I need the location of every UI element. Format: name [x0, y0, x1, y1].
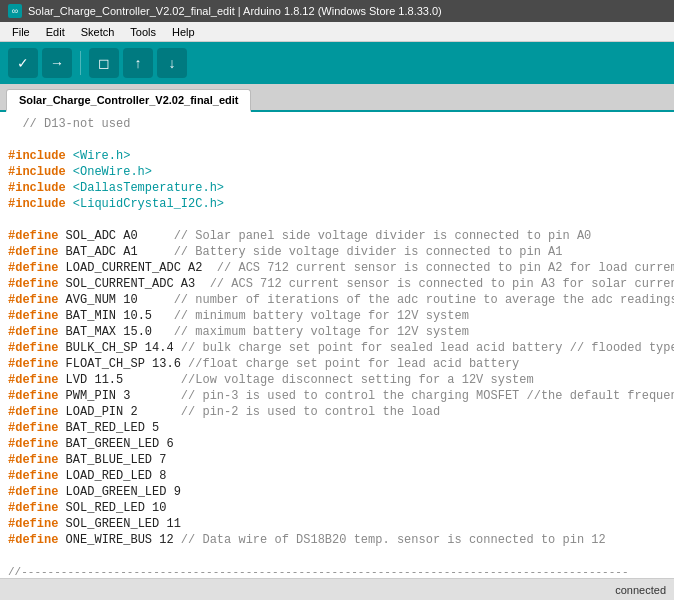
code-line: // D13-not used — [0, 116, 674, 132]
window-title: Solar_Charge_Controller_V2.02_final_edit… — [28, 5, 442, 17]
toolbar-separator — [80, 51, 81, 75]
connection-status: connected — [615, 584, 666, 596]
code-line: #define BAT_GREEN_LED 6 — [0, 436, 674, 452]
code-line: #define FLOAT_CH_SP 13.6 //float charge … — [0, 356, 674, 372]
menu-item-sketch[interactable]: Sketch — [73, 24, 123, 40]
code-line: #define SOL_GREEN_LED 11 — [0, 516, 674, 532]
tab-bar: Solar_Charge_Controller_V2.02_final_edit — [0, 84, 674, 112]
code-line: #define BAT_MAX 15.0 // maximum battery … — [0, 324, 674, 340]
code-line: //--------------------------------------… — [0, 564, 674, 578]
title-bar: ∞ Solar_Charge_Controller_V2.02_final_ed… — [0, 0, 674, 22]
code-line — [0, 548, 674, 564]
code-editor[interactable]: // D13-not used #include <Wire.h>#includ… — [0, 112, 674, 578]
code-line: #include <LiquidCrystal_I2C.h> — [0, 196, 674, 212]
new-button[interactable]: ◻ — [89, 48, 119, 78]
tab-editor[interactable]: Solar_Charge_Controller_V2.02_final_edit — [6, 89, 251, 112]
code-line — [0, 132, 674, 148]
open-button[interactable]: ↑ — [123, 48, 153, 78]
menu-item-edit[interactable]: Edit — [38, 24, 73, 40]
app-icon: ∞ — [8, 4, 22, 18]
code-line: #define BAT_BLUE_LED 7 — [0, 452, 674, 468]
code-line: #define ONE_WIRE_BUS 12 // Data wire of … — [0, 532, 674, 548]
menu-bar: FileEditSketchToolsHelp — [0, 22, 674, 42]
code-line — [0, 212, 674, 228]
code-line: #define SOL_ADC A0 // Solar panel side v… — [0, 228, 674, 244]
code-line: #define SOL_RED_LED 10 — [0, 500, 674, 516]
code-line: #define AVG_NUM 10 // number of iteratio… — [0, 292, 674, 308]
code-line: #define LOAD_PIN 2 // pin-2 is used to c… — [0, 404, 674, 420]
menu-item-tools[interactable]: Tools — [122, 24, 164, 40]
toolbar: ✓→◻↑↓ — [0, 42, 674, 84]
upload-button[interactable]: → — [42, 48, 72, 78]
code-line: #define BAT_ADC A1 // Battery side volta… — [0, 244, 674, 260]
menu-item-file[interactable]: File — [4, 24, 38, 40]
verify-button[interactable]: ✓ — [8, 48, 38, 78]
save-button[interactable]: ↓ — [157, 48, 187, 78]
code-line: #include <Wire.h> — [0, 148, 674, 164]
code-line: #define LVD 11.5 //Low voltage disconnec… — [0, 372, 674, 388]
code-line: #define BAT_MIN 10.5 // minimum battery … — [0, 308, 674, 324]
code-line: #define LOAD_GREEN_LED 9 — [0, 484, 674, 500]
code-line: #include <OneWire.h> — [0, 164, 674, 180]
menu-item-help[interactable]: Help — [164, 24, 203, 40]
code-line: #include <DallasTemperature.h> — [0, 180, 674, 196]
code-line: #define BULK_CH_SP 14.4 // bulk charge s… — [0, 340, 674, 356]
code-line: #define LOAD_RED_LED 8 — [0, 468, 674, 484]
code-line: #define LOAD_CURRENT_ADC A2 // ACS 712 c… — [0, 260, 674, 276]
code-line: #define PWM_PIN 3 // pin-3 is used to co… — [0, 388, 674, 404]
status-bar: connected — [0, 578, 674, 600]
code-line: #define SOL_CURRENT_ADC A3 // ACS 712 cu… — [0, 276, 674, 292]
code-line: #define BAT_RED_LED 5 — [0, 420, 674, 436]
